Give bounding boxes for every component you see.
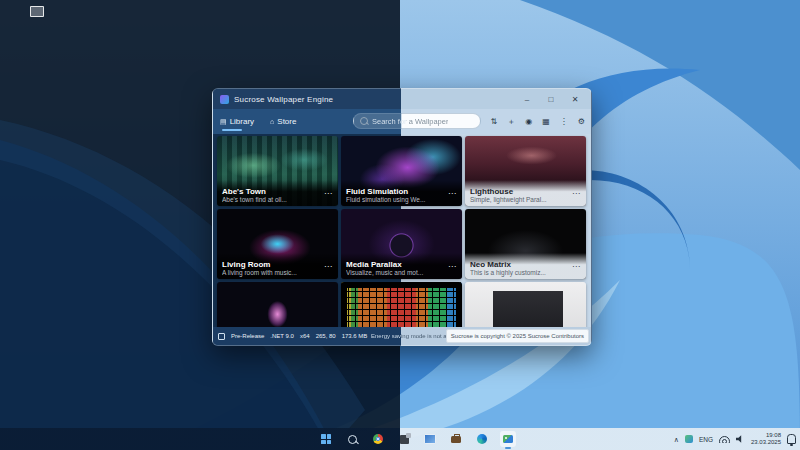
status-release-channel: Pre-Release <box>231 333 264 339</box>
search-placeholder: Search for a Wallpaper <box>372 117 448 126</box>
wallpaper-tile-neo-matrix[interactable]: Neo Matrix This is a highly customiz... … <box>465 209 586 279</box>
tile-title: Lighthouse <box>470 187 581 196</box>
tile-title: Media Parallax <box>346 260 457 269</box>
tile-info: Living Room A living room with music... <box>217 253 338 279</box>
sort-icon[interactable]: ⇅ <box>491 118 498 126</box>
search-input[interactable]: Search for a Wallpaper <box>353 113 481 129</box>
status-coordinates: 265, 80 <box>316 333 336 339</box>
window-toolbar: ▤ Library ⌂ Store Search for a Wallpaper… <box>213 109 591 134</box>
tile-subtitle: This is a highly customiz... <box>470 269 581 277</box>
tile-info: Media Parallax Visualize, music and mot.… <box>341 253 462 279</box>
wallpaper-tile-periodic-table[interactable] <box>341 282 462 327</box>
tile-subtitle: Fluid simulation using We... <box>346 196 457 204</box>
media-frame-icon <box>424 434 436 444</box>
taskbar: ∧ ENG 19:08 23.03.2025 <box>0 428 800 450</box>
settings-gear-icon[interactable]: ⚙ <box>578 118 585 126</box>
search-icon <box>348 435 357 444</box>
capture-icon[interactable]: ◉ <box>525 118 532 126</box>
media-app-button[interactable] <box>422 431 438 447</box>
status-badge-icon <box>218 333 225 340</box>
taskbar-clock[interactable]: 19:08 23.03.2025 <box>751 432 781 446</box>
files-app-button[interactable] <box>448 431 464 447</box>
tile-title: Living Room <box>222 260 333 269</box>
tile-subtitle: Simple, lightweight Paral... <box>470 196 581 204</box>
tile-title: Neo Matrix <box>470 260 581 269</box>
toolbar-actions: ⇅ ＋ ◉ ▦ ⋮ ⚙ <box>491 109 585 134</box>
volume-icon[interactable] <box>736 435 745 444</box>
app-logo-icon <box>220 95 229 104</box>
sucrose-app-button[interactable] <box>500 431 516 447</box>
tile-more-button[interactable]: ⋯ <box>448 262 457 271</box>
wallpaper-tile-motherboard[interactable] <box>465 282 586 327</box>
start-button[interactable] <box>318 431 334 447</box>
status-left-group: Pre-Release .NET 9.0 x64 265, 80 173.6 M… <box>218 327 367 345</box>
status-runtime: .NET 9.0 <box>270 333 294 339</box>
tile-subtitle: Abe's town find at oll... <box>222 196 333 204</box>
tray-app-icon[interactable] <box>685 435 693 443</box>
tile-more-button[interactable]: ⋯ <box>448 189 457 198</box>
clock-time: 19:08 <box>751 432 781 439</box>
tile-subtitle: A living room with music... <box>222 269 333 277</box>
wallpaper-tile-fluid-simulation[interactable]: Fluid Simulation Fluid simulation using … <box>341 136 462 206</box>
window-title: Sucrose Wallpaper Engine <box>234 95 333 104</box>
periodic-table-thumbnail <box>341 282 462 327</box>
tile-more-button[interactable]: ⋯ <box>324 262 333 271</box>
search-icon <box>360 117 368 125</box>
network-wifi-icon[interactable] <box>719 435 730 443</box>
tile-title: Fluid Simulation <box>346 187 457 196</box>
tab-library-label: Library <box>230 117 254 126</box>
jellyfish-thumbnail <box>217 282 338 327</box>
add-wallpaper-icon[interactable]: ＋ <box>507 118 515 126</box>
wallpaper-tile-living-room[interactable]: Living Room A living room with music... … <box>217 209 338 279</box>
edge-button[interactable] <box>474 431 490 447</box>
wallpaper-tile-jellyfish[interactable] <box>217 282 338 327</box>
overlapping-windows-icon <box>400 435 409 444</box>
window-statusbar: Pre-Release .NET 9.0 x64 265, 80 173.6 M… <box>213 327 591 345</box>
tile-info: Neo Matrix This is a highly customiz... <box>465 253 586 279</box>
sucrose-wallpaper-engine-window: Sucrose Wallpaper Engine – □ ✕ ▤ Library… <box>212 88 592 346</box>
notification-bell-icon[interactable] <box>787 434 796 444</box>
tab-store-label: Store <box>277 117 296 126</box>
edge-browser-icon <box>477 434 487 444</box>
close-button[interactable]: ✕ <box>563 89 587 109</box>
tab-library[interactable]: ▤ Library <box>220 109 254 134</box>
tile-more-button[interactable]: ⋯ <box>324 189 333 198</box>
tab-store[interactable]: ⌂ Store <box>270 109 296 134</box>
more-options-icon[interactable]: ⋮ <box>560 118 568 126</box>
browser-colorful-button[interactable] <box>370 431 386 447</box>
tab-strip: ▤ Library ⌂ Store <box>220 109 296 134</box>
sucrose-picture-icon <box>503 435 513 443</box>
system-tray: ∧ ENG 19:08 23.03.2025 <box>674 428 796 450</box>
grid-layout-icon[interactable]: ▦ <box>542 118 550 126</box>
tile-info: Lighthouse Simple, lightweight Paral... <box>465 180 586 206</box>
status-copyright: Sucrose is copyright © 2025 Sucrose Cont… <box>446 329 589 343</box>
status-memory-usage: 173.6 MB <box>342 333 368 339</box>
wallpaper-tile-media-parallax[interactable]: Media Parallax Visualize, music and mot.… <box>341 209 462 279</box>
tile-more-button[interactable]: ⋯ <box>572 189 581 198</box>
minimize-button[interactable]: – <box>515 89 539 109</box>
desktop-shortcut-icon[interactable] <box>30 6 44 17</box>
colorful-browser-icon <box>373 434 383 444</box>
taskbar-app-icons <box>318 428 516 450</box>
wallpaper-grid: Abe's Town Abe's town find at oll... ⋯ F… <box>213 134 591 327</box>
store-icon: ⌂ <box>270 118 274 125</box>
motherboard-thumbnail <box>465 282 586 327</box>
briefcase-icon <box>451 436 461 443</box>
dark-app-button[interactable] <box>396 431 412 447</box>
tile-more-button[interactable]: ⋯ <box>572 262 581 271</box>
maximize-button[interactable]: □ <box>539 89 563 109</box>
tile-subtitle: Visualize, music and mot... <box>346 269 457 277</box>
caption-buttons: – □ ✕ <box>515 89 587 109</box>
taskbar-search-button[interactable] <box>344 431 360 447</box>
tile-info: Abe's Town Abe's town find at oll... <box>217 180 338 206</box>
wallpaper-tile-lighthouse[interactable]: Lighthouse Simple, lightweight Paral... … <box>465 136 586 206</box>
wallpaper-tile-abes-town[interactable]: Abe's Town Abe's town find at oll... ⋯ <box>217 136 338 206</box>
window-titlebar[interactable]: Sucrose Wallpaper Engine – □ ✕ <box>213 89 591 109</box>
tile-info: Fluid Simulation Fluid simulation using … <box>341 180 462 206</box>
clock-date: 23.03.2025 <box>751 439 781 446</box>
windows-start-icon <box>321 434 331 444</box>
status-architecture: x64 <box>300 333 310 339</box>
library-icon: ▤ <box>220 118 227 126</box>
language-indicator[interactable]: ENG <box>699 436 713 443</box>
hidden-icons-chevron[interactable]: ∧ <box>674 436 679 443</box>
